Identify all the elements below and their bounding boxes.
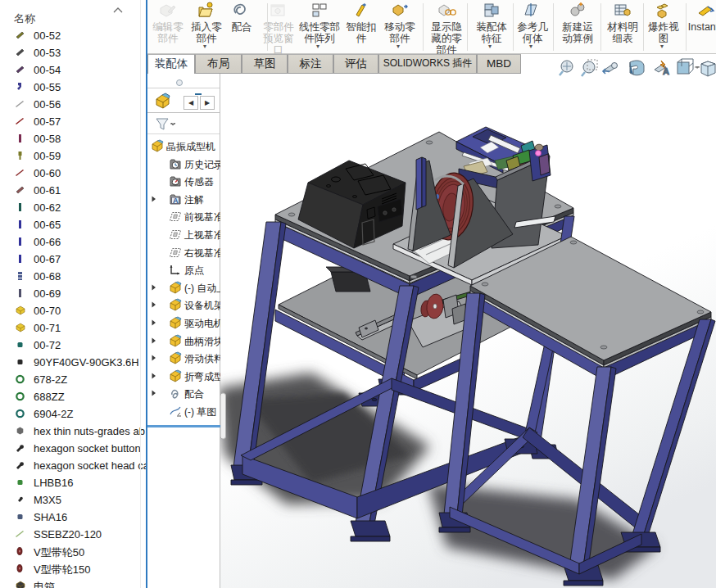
svg-text:A: A: [173, 197, 179, 205]
svg-text:A: A: [663, 66, 669, 76]
